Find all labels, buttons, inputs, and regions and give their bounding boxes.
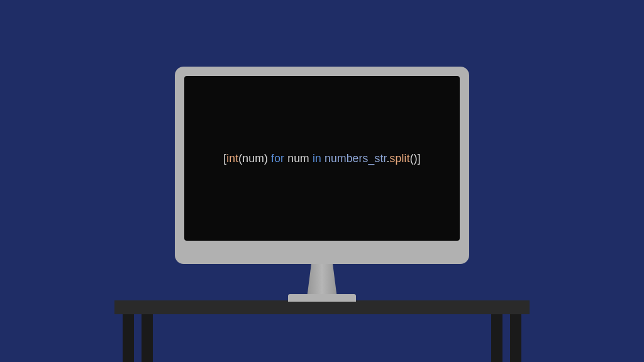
code-token-variable: num xyxy=(242,152,264,165)
monitor-screen: [int(num) for num in numbers_str.split()… xyxy=(184,76,460,241)
desk-leg xyxy=(123,314,134,362)
code-token-keyword: in xyxy=(313,152,321,165)
monitor-stand-neck xyxy=(307,263,337,298)
code-token-variable: num xyxy=(287,152,309,165)
desk-leg xyxy=(142,314,153,362)
code-token-bracket: ] xyxy=(418,152,421,165)
desk-leg xyxy=(491,314,502,362)
desk-leg xyxy=(510,314,521,362)
monitor-stand-base xyxy=(288,294,356,302)
code-token-function: int xyxy=(226,152,238,165)
code-token-keyword: for xyxy=(271,152,284,165)
code-token-identifier: numbers_str xyxy=(325,152,387,165)
code-token-method: split xyxy=(390,152,410,165)
desk-surface xyxy=(114,300,530,314)
code-line: [int(num) for num in numbers_str.split()… xyxy=(223,152,421,165)
